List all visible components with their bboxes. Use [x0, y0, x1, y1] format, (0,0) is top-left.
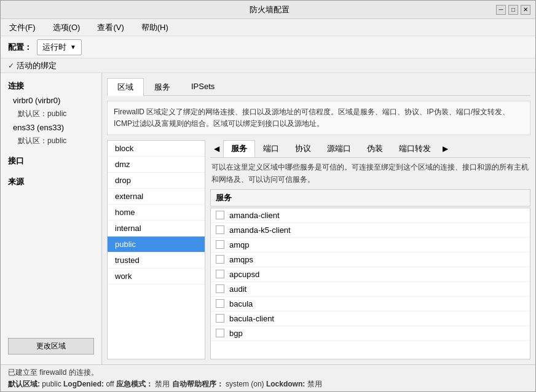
- status-line-1: 已建立至 firewalld 的连接。: [8, 367, 528, 378]
- config-dropdown[interactable]: 运行时 ▼: [37, 39, 82, 55]
- zone-item-internal[interactable]: internal: [108, 221, 205, 237]
- sidebar-item-ens33-default: 默认区：public: [1, 134, 101, 148]
- next-tab-arrow[interactable]: ▶: [439, 142, 452, 155]
- service-label-bacula: bacula: [229, 299, 253, 308]
- zone-item-home[interactable]: home: [108, 205, 205, 221]
- service-tab-masquerade[interactable]: 伪装: [359, 140, 391, 157]
- sidebar-section-source: 来源: [1, 174, 101, 190]
- service-tab-source-ports[interactable]: 源端口: [319, 140, 359, 157]
- sidebar-item-virbr0[interactable]: virbr0 (virbr0): [1, 94, 101, 107]
- status-lockdown-value: 禁用: [307, 380, 322, 388]
- sidebar-item-virbr0-default: 默认区：public: [1, 107, 101, 121]
- service-checkbox-amqp[interactable]: [216, 240, 224, 249]
- main-window: 防火墙配置 ─ □ ✕ 文件(F) 选项(O) 查看(V) 帮助(H) 配置： …: [0, 0, 536, 392]
- status-line-2: 默认区域: public LogDenied: off 应急模式： 禁用 自动帮…: [8, 379, 528, 390]
- service-checkbox-audit[interactable]: [216, 284, 224, 293]
- status-logdenied-label: LogDenied:: [63, 380, 104, 388]
- zone-item-work[interactable]: work: [108, 269, 205, 284]
- zone-list: block dmz drop external home internal pu…: [107, 140, 205, 359]
- services-list: amanda-client amanda-k5-client amqp: [210, 208, 530, 359]
- main-tab-bar: 区域 服务 IPSets: [107, 78, 530, 96]
- zone-item-dmz[interactable]: dmz: [108, 157, 205, 173]
- zone-item-external[interactable]: external: [108, 189, 205, 205]
- status-default-zone-label: 默认区域:: [8, 380, 40, 388]
- change-zone-button[interactable]: 更改区域: [8, 338, 94, 355]
- sidebar: 连接 virbr0 (virbr0) 默认区：public ens33 (ens…: [1, 73, 102, 364]
- service-label-apcupsd: apcupsd: [229, 270, 259, 279]
- service-checkbox-apcupsd[interactable]: [216, 270, 224, 278]
- menu-file[interactable]: 文件(F): [6, 21, 39, 34]
- service-label-amqps: amqps: [229, 255, 253, 264]
- menu-view[interactable]: 查看(V): [93, 21, 127, 34]
- service-row-amqp: amqp: [211, 238, 530, 253]
- service-tab-services[interactable]: 服务: [223, 140, 255, 157]
- service-row-bacula-client: bacula-client: [211, 312, 530, 326]
- zone-item-public[interactable]: public: [108, 237, 205, 253]
- service-label-amanda-client: amanda-client: [229, 211, 280, 220]
- service-row-amanda-k5-client: amanda-k5-client: [211, 223, 530, 238]
- active-binding-bar: ✓ 活动的绑定: [1, 58, 535, 73]
- zone-item-drop[interactable]: drop: [108, 173, 205, 189]
- service-label-amqp: amqp: [229, 240, 250, 249]
- prev-tab-arrow[interactable]: ◀: [210, 142, 223, 155]
- main-content: 连接 virbr0 (virbr0) 默认区：public ens33 (ens…: [1, 73, 535, 364]
- menu-bar: 文件(F) 选项(O) 查看(V) 帮助(H): [1, 19, 535, 36]
- zone-item-block[interactable]: block: [108, 141, 205, 157]
- service-row-bacula: bacula: [211, 297, 530, 312]
- service-checkbox-bacula-client[interactable]: [216, 314, 224, 323]
- service-tab-bar: ◀ 服务 端口 协议 源端口 伪装 端口转发 ▶: [210, 140, 530, 158]
- service-row-audit: audit: [211, 282, 530, 297]
- status-default-zone-value: public: [42, 380, 63, 388]
- service-checkbox-amanda-k5-client[interactable]: [216, 225, 224, 234]
- minimize-button[interactable]: ─: [496, 5, 506, 15]
- status-autohelper-label: 自动帮助程序：: [172, 380, 224, 388]
- service-checkbox-bacula[interactable]: [216, 299, 224, 308]
- menu-options[interactable]: 选项(O): [49, 21, 84, 34]
- service-tab-port-forward[interactable]: 端口转发: [391, 140, 439, 157]
- right-panel: 区域 服务 IPSets FirewallD 区域定义了绑定的网络连接、接口以及…: [102, 73, 535, 364]
- active-binding-label: 活动的绑定: [17, 60, 57, 71]
- config-label: 配置：: [8, 42, 32, 53]
- status-lockdown-label: Lockdown:: [266, 380, 305, 388]
- window-controls: ─ □ ✕: [496, 5, 530, 15]
- service-row-apcupsd: apcupsd: [211, 267, 530, 282]
- tab-services[interactable]: 服务: [144, 78, 181, 96]
- service-label-amanda-k5-client: amanda-k5-client: [229, 225, 291, 235]
- service-description: 可以在这里定义区域中哪些服务是可信的。可连接至绑定到这个区域的连接、接口和源的所…: [210, 162, 530, 185]
- service-panel: ◀ 服务 端口 协议 源端口 伪装 端口转发 ▶ 可以在这里定义区域中哪些服务是…: [210, 140, 530, 359]
- maximize-button[interactable]: □: [508, 5, 518, 15]
- title-bar: 防火墙配置 ─ □ ✕: [1, 1, 535, 19]
- sidebar-section-connections: 连接: [1, 78, 101, 94]
- sidebar-section-interface: 接口: [1, 153, 101, 169]
- toolbar: 配置： 运行时 ▼: [1, 36, 535, 58]
- status-logdenied-value: off: [106, 380, 116, 388]
- service-label-bgp: bgp: [229, 329, 243, 338]
- window-title: 防火墙配置: [42, 4, 496, 15]
- zone-item-trusted[interactable]: trusted: [108, 253, 205, 269]
- service-label-bacula-client: bacula-client: [229, 314, 274, 323]
- tab-zones[interactable]: 区域: [107, 78, 144, 96]
- services-table-header: 服务: [210, 189, 530, 206]
- menu-help[interactable]: 帮助(H): [138, 21, 172, 34]
- close-button[interactable]: ✕: [521, 5, 530, 15]
- service-checkbox-bgp[interactable]: [216, 329, 224, 337]
- dropdown-arrow-icon: ▼: [70, 44, 76, 50]
- service-row-amqps: amqps: [211, 253, 530, 267]
- sidebar-item-ens33[interactable]: ens33 (ens33): [1, 121, 101, 134]
- service-tab-protocol[interactable]: 协议: [287, 140, 319, 157]
- status-emergency-label: 应急模式：: [116, 380, 153, 388]
- service-checkbox-amanda-client[interactable]: [216, 211, 224, 219]
- service-checkbox-amqps[interactable]: [216, 255, 224, 264]
- status-emergency-value: 禁用: [155, 380, 171, 388]
- service-row-amanda-client: amanda-client: [211, 208, 530, 223]
- service-label-audit: audit: [229, 284, 246, 294]
- check-icon: ✓: [8, 61, 14, 70]
- service-tab-ports[interactable]: 端口: [255, 140, 287, 157]
- service-row-bgp: bgp: [211, 326, 530, 341]
- status-bar: 已建立至 firewalld 的连接。 默认区域: public LogDeni…: [1, 364, 535, 391]
- tab-ipsets[interactable]: IPSets: [181, 78, 225, 96]
- status-autohelper-value: system (on): [226, 380, 266, 388]
- description-text: FirewallD 区域定义了绑定的网络连接、接口以及源地址的可信程度。区域是服…: [107, 101, 530, 135]
- split-pane: block dmz drop external home internal pu…: [107, 140, 530, 359]
